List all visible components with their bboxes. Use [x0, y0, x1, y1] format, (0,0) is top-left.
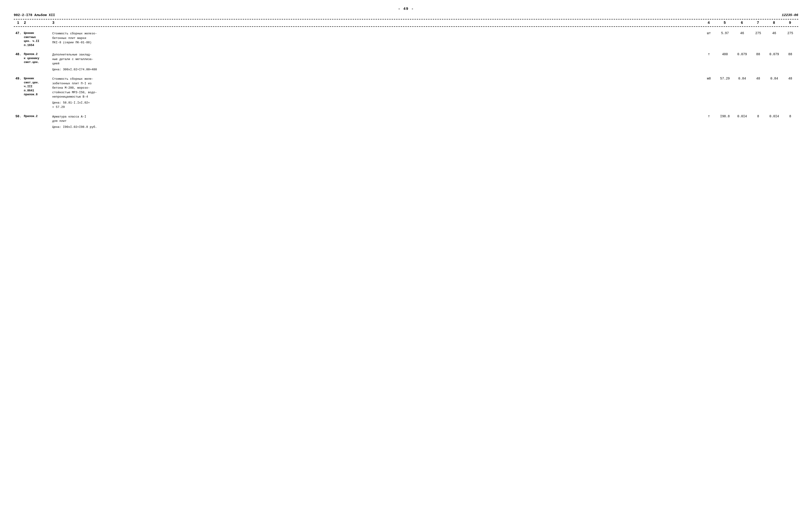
row-num-2: 49.: [14, 76, 23, 81]
row-col6-2: 0.84: [734, 76, 750, 81]
doc-reference: 902-2-I78 Альбом XII: [14, 13, 55, 17]
row-col7-2: 48: [750, 76, 766, 81]
row-desc-2: Стоимость сборных желе- зобетонных плит …: [50, 76, 702, 110]
row-num-1: 48.: [14, 52, 23, 56]
col-header-9: 9: [782, 21, 798, 25]
col-header-5: 5: [716, 21, 734, 25]
table-row: 50.Прилож.2Арматура класса А-I для плитЦ…: [14, 114, 798, 129]
row-col5-3: I98.8: [716, 114, 734, 118]
column-headers: 1 2 3 4 5 6 7 8 9: [14, 19, 798, 27]
row-desc-1: Дополнительные заклад- ные детали с мета…: [50, 52, 702, 72]
row-col9-3: 8: [782, 114, 798, 118]
row-col6-0: 46: [734, 31, 750, 35]
row-unit-1: т: [702, 52, 716, 56]
row-col7-0: 275: [750, 31, 766, 35]
row-col9-1: 88: [782, 52, 798, 56]
col-header-4: 4: [702, 21, 716, 25]
entry-block-1: 48.Прилож.2 к ценнику смет.цен.Дополните…: [14, 52, 798, 72]
header-row: 902-2-I78 Альбом XII 12235-06: [14, 13, 798, 17]
row-desc-0: Стоимость сборных железо- бетонных плит …: [50, 31, 702, 45]
row-col6-1: 0.079: [734, 52, 750, 56]
entry-block-3: 50.Прилож.2Арматура класса А-I для плитЦ…: [14, 114, 798, 129]
col-header-1: 1: [14, 21, 23, 25]
entries-container: 47.Ценник сметных цен. ч.II п.1654Стоимо…: [14, 31, 798, 129]
row-unit-2: м8: [702, 76, 716, 81]
row-col8-2: 0.84: [766, 76, 782, 81]
row-ref-2: Ценник смот.цен. ч.III п.8641 прилож.8: [23, 76, 50, 97]
row-col7-3: 8: [750, 114, 766, 118]
entry-block-0: 47.Ценник сметных цен. ч.II п.1654Стоимо…: [14, 31, 798, 48]
row-ref-1: Прилож.2 к ценнику смет.цен.: [23, 52, 50, 65]
row-col8-3: 0.0I4: [766, 114, 782, 118]
table-row: 48.Прилож.2 к ценнику смет.цен.Дополните…: [14, 52, 798, 72]
row-unit-3: т: [702, 114, 716, 118]
page-number: - 49 -: [14, 7, 798, 11]
table-row: 47.Ценник сметных цен. ч.II п.1654Стоимо…: [14, 31, 798, 48]
row-col5-0: 5.97: [716, 31, 734, 35]
table-row: 49.Ценник смот.цен. ч.III п.8641 прилож.…: [14, 76, 798, 110]
col-header-7: 7: [750, 21, 766, 25]
row-num-0: 47.: [14, 31, 23, 35]
row-num-3: 50.: [14, 114, 23, 118]
row-col9-2: 48: [782, 76, 798, 81]
row-col6-3: 0.0I4: [734, 114, 750, 118]
row-ref-3: Прилож.2: [23, 114, 50, 119]
row-ref-0: Ценник сметных цен. ч.II п.1654: [23, 31, 50, 48]
row-col7-1: 88: [750, 52, 766, 56]
row-col5-1: 480: [716, 52, 734, 56]
col-header-3: 3: [50, 21, 702, 25]
row-unit-0: шт: [702, 31, 716, 35]
col-header-8: 8: [766, 21, 782, 25]
row-col8-0: 46: [766, 31, 782, 35]
row-desc-3: Арматура класса А-I для плитЦена: I90xI.…: [50, 114, 702, 129]
col-header-2: 2: [23, 21, 50, 25]
row-col9-0: 275: [782, 31, 798, 35]
row-col5-2: 57.29: [716, 76, 734, 81]
entry-block-2: 49.Ценник смот.цен. ч.III п.8641 прилож.…: [14, 76, 798, 110]
row-col8-1: 0.079: [766, 52, 782, 56]
doc-id: 12235-06: [782, 13, 798, 17]
col-header-6: 6: [734, 21, 750, 25]
